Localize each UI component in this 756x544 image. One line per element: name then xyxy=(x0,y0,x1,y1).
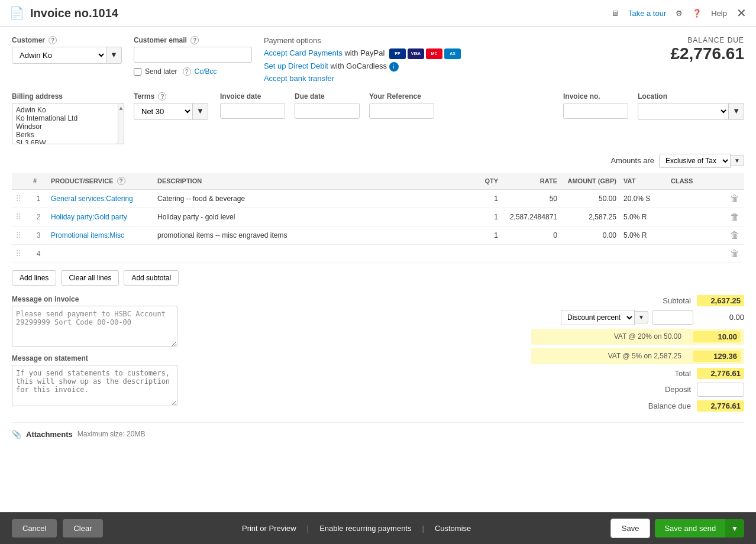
balance-due-label: BALANCE DUE xyxy=(626,36,744,44)
send-later-label: Send later xyxy=(145,67,177,76)
subtotal-value: 2,637.25 xyxy=(697,295,744,306)
class-2[interactable] xyxy=(667,208,726,226)
drag-handle-4[interactable]: ⠿ xyxy=(15,249,21,258)
terms-help-icon[interactable]: ? xyxy=(158,92,166,101)
product-1[interactable]: General services:Catering xyxy=(47,189,154,208)
vat-3[interactable]: 5.0% R xyxy=(620,226,667,244)
billing-address-label: Billing address xyxy=(12,92,124,101)
customer-select[interactable]: Adwin Ko xyxy=(12,47,106,64)
balance-due-row-value: 2,776.61 xyxy=(697,400,744,412)
settings-icon[interactable]: ⚙ xyxy=(676,9,683,18)
drag-handle-1[interactable]: ⠿ xyxy=(15,194,21,203)
vat-1[interactable]: 20.0% S xyxy=(620,189,667,208)
direct-debit-link[interactable]: Set up Direct Debit xyxy=(264,61,328,70)
customise-button[interactable]: Customise xyxy=(424,519,482,537)
billing-scrollbar[interactable]: ▲ xyxy=(118,103,124,144)
due-date-input[interactable]: 03/11/2020 xyxy=(295,103,360,119)
description-2[interactable]: Holiday party - gold level xyxy=(154,208,466,226)
bank-transfer-link[interactable]: Accept bank transfer xyxy=(264,74,334,83)
rate-4[interactable] xyxy=(502,244,561,263)
description-1[interactable]: Catering -- food & beverage xyxy=(154,189,466,208)
tour-icon: 🖥 xyxy=(611,9,619,18)
payment-options-title: Payment options xyxy=(264,36,614,45)
customer-help-icon[interactable]: ? xyxy=(49,36,57,44)
save-and-send-button[interactable]: Save and send xyxy=(655,519,725,537)
save-button[interactable]: Save xyxy=(610,519,651,538)
invoice-date-input[interactable]: 04/10/2020 xyxy=(220,103,285,119)
billing-line-4: Berks xyxy=(16,131,114,139)
customer-select-arrow[interactable]: ▼ xyxy=(106,47,122,64)
message-on-invoice-textarea[interactable]: Please send payment to HSBC Account 2929… xyxy=(12,306,177,347)
help-label[interactable]: Help xyxy=(711,9,727,18)
class-1[interactable] xyxy=(667,189,726,208)
your-reference-input[interactable] xyxy=(369,103,434,119)
table-row: ⠿ 4 🗑 xyxy=(12,244,744,263)
amount-2: 2,587.25 xyxy=(561,208,620,226)
invoice-no-input[interactable]: 1014 xyxy=(563,103,628,119)
amounts-are-select[interactable]: Exclusive of Tax Inclusive of Tax xyxy=(659,154,731,168)
delete-row-4[interactable]: 🗑 xyxy=(730,248,739,258)
clear-all-lines-button[interactable]: Clear all lines xyxy=(61,270,119,286)
product-2[interactable]: Holiday party:Gold party xyxy=(47,208,154,226)
deposit-input[interactable] xyxy=(697,383,744,397)
qty-3[interactable]: 1 xyxy=(466,226,502,244)
print-preview-button[interactable]: Print or Preview xyxy=(231,519,307,537)
drag-handle-2[interactable]: ⠿ xyxy=(15,212,21,222)
take-a-tour-link[interactable]: Take a tour xyxy=(628,9,666,18)
clear-button[interactable]: Clear xyxy=(63,519,102,537)
terms-label: Terms ? xyxy=(134,92,211,101)
billing-line-2: Ko International Ltd xyxy=(16,114,114,122)
rate-1[interactable]: 50 xyxy=(502,189,561,208)
product-help-icon[interactable]: ? xyxy=(117,177,125,185)
add-subtotal-button[interactable]: Add subtotal xyxy=(124,270,179,286)
amount-4 xyxy=(561,244,620,263)
location-select[interactable] xyxy=(638,103,729,120)
customer-email-input[interactable]: Adwin@example.com xyxy=(134,47,252,63)
qty-4[interactable] xyxy=(466,244,502,263)
delete-row-1[interactable]: 🗑 xyxy=(730,193,739,203)
vat-2[interactable]: 5.0% R xyxy=(620,208,667,226)
product-3[interactable]: Promotional items:Misc xyxy=(47,226,154,244)
enable-recurring-button[interactable]: Enable recurring payments xyxy=(309,519,422,537)
vat2-label: VAT @ 5% on 2,587.25 xyxy=(608,352,681,360)
balance-due-amount: £2,776.61 xyxy=(626,44,744,63)
due-date-label: Due date xyxy=(295,92,360,101)
col-delete xyxy=(726,173,744,190)
rate-3[interactable]: 0 xyxy=(502,226,561,244)
discount-select-arrow[interactable]: ▼ xyxy=(635,311,648,323)
col-description: DESCRIPTION xyxy=(154,173,466,190)
customer-email-help-icon[interactable]: ? xyxy=(190,36,199,44)
product-4[interactable] xyxy=(47,244,154,263)
save-and-send-arrow[interactable]: ▼ xyxy=(725,519,744,537)
discount-input[interactable] xyxy=(652,310,693,325)
drag-handle-3[interactable]: ⠿ xyxy=(15,231,21,240)
message-on-statement-textarea[interactable] xyxy=(12,365,177,406)
class-3[interactable] xyxy=(667,226,726,244)
add-lines-button[interactable]: Add lines xyxy=(12,270,56,286)
terms-select[interactable]: Net 30 xyxy=(134,103,193,120)
delete-row-3[interactable]: 🗑 xyxy=(730,230,739,240)
amounts-are-arrow[interactable]: ▼ xyxy=(731,155,744,166)
class-4[interactable] xyxy=(667,244,726,263)
send-later-checkbox[interactable] xyxy=(134,68,141,76)
row-num-2: 2 xyxy=(30,208,47,226)
vat-4[interactable] xyxy=(620,244,667,263)
col-product: PRODUCT/SERVICE ? xyxy=(47,173,154,190)
discount-type-select[interactable]: Discount percent Discount value xyxy=(561,310,635,325)
qty-2[interactable]: 1 xyxy=(466,208,502,226)
close-button[interactable]: ✕ xyxy=(736,6,747,20)
description-4[interactable] xyxy=(154,244,466,263)
rate-2[interactable]: 2,587.2484871 xyxy=(502,208,561,226)
location-select-arrow[interactable]: ▼ xyxy=(729,103,744,120)
send-later-help-icon[interactable]: ? xyxy=(183,67,191,76)
terms-select-arrow[interactable]: ▼ xyxy=(193,103,208,120)
description-3[interactable]: promotional items -- misc engraved items xyxy=(154,226,466,244)
amounts-are-label: Amounts are xyxy=(610,156,654,165)
attachments-info: Maximum size: 20MB xyxy=(77,430,146,438)
cancel-button[interactable]: Cancel xyxy=(12,519,57,537)
cc-bcc-link[interactable]: Cc/Bcc xyxy=(195,67,217,76)
col-vat: VAT xyxy=(620,173,667,190)
delete-row-2[interactable]: 🗑 xyxy=(730,212,739,222)
qty-1[interactable]: 1 xyxy=(466,189,502,208)
accept-card-payments-link[interactable]: Accept Card Payments xyxy=(264,48,343,57)
